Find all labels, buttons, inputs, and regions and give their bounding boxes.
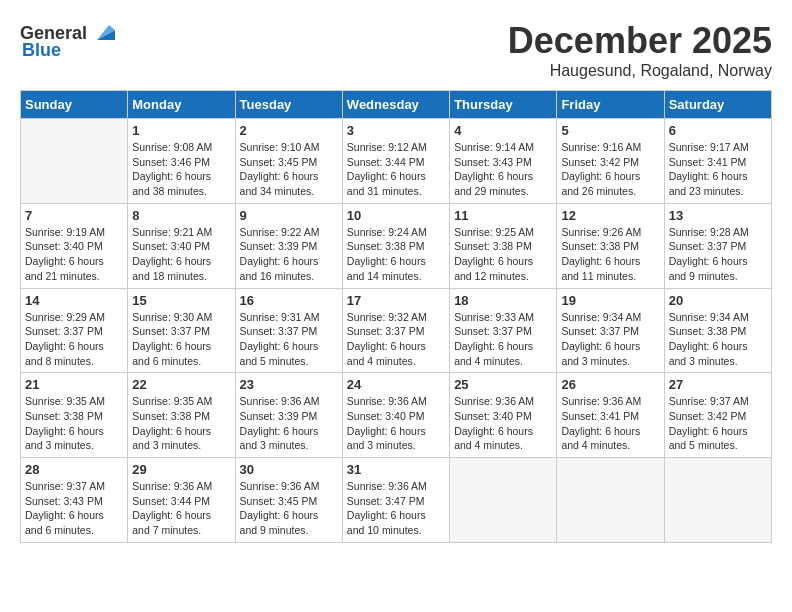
day-info: Sunrise: 9:26 AMSunset: 3:38 PMDaylight:… <box>561 225 659 284</box>
day-info: Sunrise: 9:33 AMSunset: 3:37 PMDaylight:… <box>454 310 552 369</box>
weekday-header-row: SundayMondayTuesdayWednesdayThursdayFrid… <box>21 91 772 119</box>
day-cell: 10Sunrise: 9:24 AMSunset: 3:38 PMDayligh… <box>342 203 449 288</box>
day-cell: 27Sunrise: 9:37 AMSunset: 3:42 PMDayligh… <box>664 373 771 458</box>
day-number: 23 <box>240 377 338 392</box>
day-info: Sunrise: 9:37 AMSunset: 3:43 PMDaylight:… <box>25 479 123 538</box>
day-number: 31 <box>347 462 445 477</box>
month-title: December 2025 <box>508 20 772 62</box>
day-cell: 3Sunrise: 9:12 AMSunset: 3:44 PMDaylight… <box>342 119 449 204</box>
day-number: 3 <box>347 123 445 138</box>
day-number: 25 <box>454 377 552 392</box>
day-number: 18 <box>454 293 552 308</box>
day-cell: 20Sunrise: 9:34 AMSunset: 3:38 PMDayligh… <box>664 288 771 373</box>
logo: General Blue <box>20 20 117 61</box>
weekday-header-thursday: Thursday <box>450 91 557 119</box>
day-info: Sunrise: 9:36 AMSunset: 3:40 PMDaylight:… <box>454 394 552 453</box>
day-info: Sunrise: 9:14 AMSunset: 3:43 PMDaylight:… <box>454 140 552 199</box>
page-header: General Blue December 2025 Haugesund, Ro… <box>20 20 772 80</box>
day-info: Sunrise: 9:36 AMSunset: 3:41 PMDaylight:… <box>561 394 659 453</box>
day-number: 11 <box>454 208 552 223</box>
day-number: 19 <box>561 293 659 308</box>
day-number: 17 <box>347 293 445 308</box>
day-cell: 1Sunrise: 9:08 AMSunset: 3:46 PMDaylight… <box>128 119 235 204</box>
day-info: Sunrise: 9:22 AMSunset: 3:39 PMDaylight:… <box>240 225 338 284</box>
day-cell: 4Sunrise: 9:14 AMSunset: 3:43 PMDaylight… <box>450 119 557 204</box>
day-number: 21 <box>25 377 123 392</box>
day-number: 24 <box>347 377 445 392</box>
day-info: Sunrise: 9:21 AMSunset: 3:40 PMDaylight:… <box>132 225 230 284</box>
logo-text-blue: Blue <box>22 40 61 61</box>
day-cell: 9Sunrise: 9:22 AMSunset: 3:39 PMDaylight… <box>235 203 342 288</box>
weekday-header-sunday: Sunday <box>21 91 128 119</box>
day-number: 29 <box>132 462 230 477</box>
day-cell: 26Sunrise: 9:36 AMSunset: 3:41 PMDayligh… <box>557 373 664 458</box>
day-cell <box>664 458 771 543</box>
day-number: 1 <box>132 123 230 138</box>
day-info: Sunrise: 9:36 AMSunset: 3:39 PMDaylight:… <box>240 394 338 453</box>
week-row-2: 7Sunrise: 9:19 AMSunset: 3:40 PMDaylight… <box>21 203 772 288</box>
day-info: Sunrise: 9:35 AMSunset: 3:38 PMDaylight:… <box>25 394 123 453</box>
weekday-header-wednesday: Wednesday <box>342 91 449 119</box>
day-info: Sunrise: 9:08 AMSunset: 3:46 PMDaylight:… <box>132 140 230 199</box>
calendar-table: SundayMondayTuesdayWednesdayThursdayFrid… <box>20 90 772 543</box>
day-info: Sunrise: 9:28 AMSunset: 3:37 PMDaylight:… <box>669 225 767 284</box>
title-block: December 2025 Haugesund, Rogaland, Norwa… <box>508 20 772 80</box>
week-row-5: 28Sunrise: 9:37 AMSunset: 3:43 PMDayligh… <box>21 458 772 543</box>
day-number: 15 <box>132 293 230 308</box>
week-row-4: 21Sunrise: 9:35 AMSunset: 3:38 PMDayligh… <box>21 373 772 458</box>
day-info: Sunrise: 9:31 AMSunset: 3:37 PMDaylight:… <box>240 310 338 369</box>
weekday-header-monday: Monday <box>128 91 235 119</box>
day-info: Sunrise: 9:19 AMSunset: 3:40 PMDaylight:… <box>25 225 123 284</box>
day-cell: 17Sunrise: 9:32 AMSunset: 3:37 PMDayligh… <box>342 288 449 373</box>
day-info: Sunrise: 9:30 AMSunset: 3:37 PMDaylight:… <box>132 310 230 369</box>
day-cell: 7Sunrise: 9:19 AMSunset: 3:40 PMDaylight… <box>21 203 128 288</box>
day-cell <box>21 119 128 204</box>
day-number: 5 <box>561 123 659 138</box>
day-info: Sunrise: 9:36 AMSunset: 3:40 PMDaylight:… <box>347 394 445 453</box>
day-cell: 2Sunrise: 9:10 AMSunset: 3:45 PMDaylight… <box>235 119 342 204</box>
day-cell: 30Sunrise: 9:36 AMSunset: 3:45 PMDayligh… <box>235 458 342 543</box>
day-cell: 14Sunrise: 9:29 AMSunset: 3:37 PMDayligh… <box>21 288 128 373</box>
day-info: Sunrise: 9:36 AMSunset: 3:47 PMDaylight:… <box>347 479 445 538</box>
day-cell: 13Sunrise: 9:28 AMSunset: 3:37 PMDayligh… <box>664 203 771 288</box>
day-info: Sunrise: 9:29 AMSunset: 3:37 PMDaylight:… <box>25 310 123 369</box>
day-number: 7 <box>25 208 123 223</box>
day-cell: 29Sunrise: 9:36 AMSunset: 3:44 PMDayligh… <box>128 458 235 543</box>
day-info: Sunrise: 9:34 AMSunset: 3:37 PMDaylight:… <box>561 310 659 369</box>
location-title: Haugesund, Rogaland, Norway <box>508 62 772 80</box>
day-number: 2 <box>240 123 338 138</box>
day-number: 27 <box>669 377 767 392</box>
weekday-header-tuesday: Tuesday <box>235 91 342 119</box>
day-cell: 15Sunrise: 9:30 AMSunset: 3:37 PMDayligh… <box>128 288 235 373</box>
day-number: 10 <box>347 208 445 223</box>
day-number: 4 <box>454 123 552 138</box>
day-number: 20 <box>669 293 767 308</box>
day-cell: 23Sunrise: 9:36 AMSunset: 3:39 PMDayligh… <box>235 373 342 458</box>
day-cell: 12Sunrise: 9:26 AMSunset: 3:38 PMDayligh… <box>557 203 664 288</box>
week-row-3: 14Sunrise: 9:29 AMSunset: 3:37 PMDayligh… <box>21 288 772 373</box>
day-cell <box>450 458 557 543</box>
day-number: 16 <box>240 293 338 308</box>
day-cell: 19Sunrise: 9:34 AMSunset: 3:37 PMDayligh… <box>557 288 664 373</box>
day-info: Sunrise: 9:37 AMSunset: 3:42 PMDaylight:… <box>669 394 767 453</box>
day-info: Sunrise: 9:36 AMSunset: 3:44 PMDaylight:… <box>132 479 230 538</box>
day-cell: 5Sunrise: 9:16 AMSunset: 3:42 PMDaylight… <box>557 119 664 204</box>
day-cell: 16Sunrise: 9:31 AMSunset: 3:37 PMDayligh… <box>235 288 342 373</box>
weekday-header-saturday: Saturday <box>664 91 771 119</box>
day-info: Sunrise: 9:16 AMSunset: 3:42 PMDaylight:… <box>561 140 659 199</box>
day-cell: 8Sunrise: 9:21 AMSunset: 3:40 PMDaylight… <box>128 203 235 288</box>
day-number: 8 <box>132 208 230 223</box>
day-info: Sunrise: 9:36 AMSunset: 3:45 PMDaylight:… <box>240 479 338 538</box>
day-number: 30 <box>240 462 338 477</box>
day-number: 26 <box>561 377 659 392</box>
day-cell: 22Sunrise: 9:35 AMSunset: 3:38 PMDayligh… <box>128 373 235 458</box>
day-cell: 25Sunrise: 9:36 AMSunset: 3:40 PMDayligh… <box>450 373 557 458</box>
day-cell: 6Sunrise: 9:17 AMSunset: 3:41 PMDaylight… <box>664 119 771 204</box>
day-info: Sunrise: 9:34 AMSunset: 3:38 PMDaylight:… <box>669 310 767 369</box>
day-info: Sunrise: 9:25 AMSunset: 3:38 PMDaylight:… <box>454 225 552 284</box>
day-cell: 31Sunrise: 9:36 AMSunset: 3:47 PMDayligh… <box>342 458 449 543</box>
day-number: 6 <box>669 123 767 138</box>
day-number: 13 <box>669 208 767 223</box>
weekday-header-friday: Friday <box>557 91 664 119</box>
day-number: 28 <box>25 462 123 477</box>
